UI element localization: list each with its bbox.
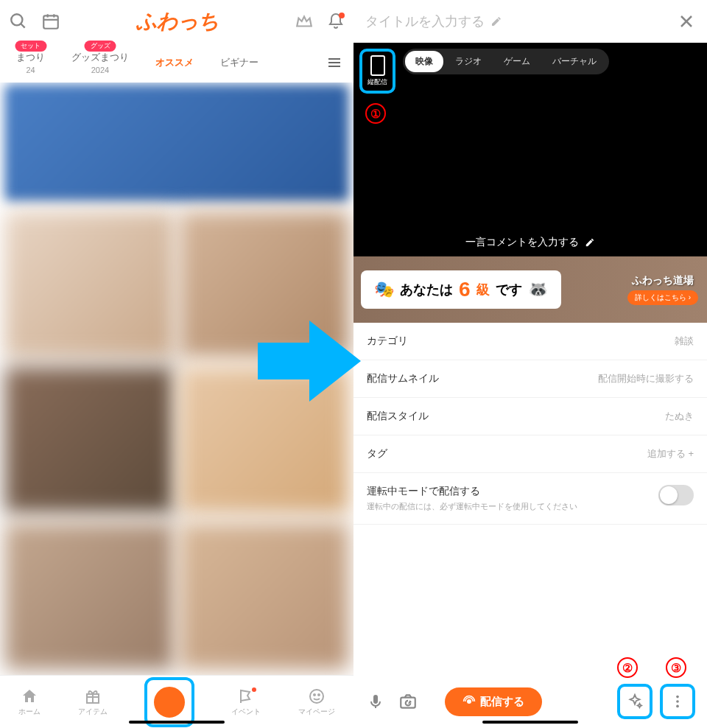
category-tabs: セット まつり 24 グッズ グッズまつり 2024 オススメ ビギナー xyxy=(0,43,354,83)
setting-value: 追加する + xyxy=(647,447,694,461)
tab-label: まつり xyxy=(16,51,45,64)
svg-point-21 xyxy=(676,700,679,703)
home-indicator xyxy=(482,721,578,724)
setting-value: たぬき xyxy=(665,410,694,423)
notification-dot xyxy=(339,13,345,18)
nav-label: マイページ xyxy=(298,707,335,717)
stream-thumbnail[interactable] xyxy=(4,211,175,358)
comment-input[interactable]: 一言コメントを入力する xyxy=(354,228,707,256)
more-icon[interactable] xyxy=(667,691,688,712)
dojo-details-link[interactable]: 詳しくはこちら › xyxy=(627,290,698,305)
search-icon[interactable] xyxy=(9,12,28,31)
setting-label: カテゴリ xyxy=(367,335,408,348)
setting-driving-mode[interactable]: 運転中モードで配信する 運転中の配信には、必ず運転中モードを使用してください xyxy=(354,473,707,525)
nav-home[interactable]: ホーム xyxy=(18,687,41,717)
rank-prefix: あなたは xyxy=(400,281,453,298)
close-icon[interactable] xyxy=(678,13,695,30)
mode-virtual[interactable]: バーチャル xyxy=(542,51,607,72)
home-indicator xyxy=(129,721,225,724)
svg-rect-18 xyxy=(401,698,415,708)
rank-suffix: です xyxy=(496,281,522,298)
setting-tag[interactable]: タグ 追加する + xyxy=(354,435,707,473)
broadcast-mode-tabs: 映像 ラジオ ゲーム バーチャル xyxy=(403,49,609,74)
nav-mypage[interactable]: マイページ xyxy=(298,687,335,717)
nav-label: イベント xyxy=(231,707,261,717)
svg-point-22 xyxy=(676,705,679,708)
preview-controls: 縦配信 映像 ラジオ ゲーム バーチャル xyxy=(354,43,707,99)
svg-point-19 xyxy=(468,700,471,704)
more-button-highlight xyxy=(660,684,695,719)
rank-banner[interactable]: 🎭 あなたは 6 級 です 🦝 ふわっち道場 詳しくはこちら › xyxy=(354,256,707,323)
nav-event[interactable]: イベント xyxy=(231,687,261,717)
home-icon xyxy=(21,687,38,705)
driving-mode-toggle[interactable] xyxy=(658,485,694,505)
featured-banner[interactable] xyxy=(4,84,349,202)
edit-icon xyxy=(490,15,502,27)
mode-video[interactable]: 映像 xyxy=(405,51,443,72)
app-logo: ふわっち xyxy=(74,7,281,35)
setting-category[interactable]: カテゴリ 雑談 xyxy=(354,323,707,360)
orientation-button[interactable]: 縦配信 xyxy=(365,54,390,88)
dojo-title: ふわっち道場 xyxy=(632,274,694,287)
svg-point-0 xyxy=(11,14,22,25)
record-button[interactable] xyxy=(150,683,189,721)
camera-flip-icon[interactable] xyxy=(398,691,418,712)
svg-point-12 xyxy=(310,690,323,703)
stream-thumbnail[interactable] xyxy=(179,522,349,670)
svg-point-20 xyxy=(676,696,679,699)
tab-goods[interactable]: グッズ グッズまつり 2024 xyxy=(58,51,142,74)
nav-item[interactable]: アイテム xyxy=(78,687,108,717)
hamburger-icon[interactable] xyxy=(318,54,351,71)
rank-card: 🎭 あなたは 6 級 です 🦝 xyxy=(361,270,561,309)
tab-badge: セット xyxy=(15,41,46,52)
stream-thumbnail[interactable] xyxy=(4,366,175,514)
calendar-icon[interactable] xyxy=(41,12,60,31)
flag-icon xyxy=(237,687,255,705)
tab-recommended[interactable]: オススメ xyxy=(142,56,207,69)
dojo-badge[interactable]: ふわっち道場 詳しくはこちら › xyxy=(627,274,698,305)
mic-icon[interactable] xyxy=(365,691,386,712)
rank-grade: 級 xyxy=(476,281,490,298)
tab-label: オススメ xyxy=(155,56,194,69)
tab-matsuri[interactable]: セット まつり 24 xyxy=(3,51,58,74)
title-input[interactable]: タイトルを入力する xyxy=(365,13,670,30)
camera-preview: 縦配信 映像 ラジオ ゲーム バーチャル ① 一言コメントを入力する xyxy=(354,43,707,256)
mode-game[interactable]: ゲーム xyxy=(493,51,541,72)
gift-icon xyxy=(84,687,102,705)
setting-value: 配信開始時に撮影する xyxy=(598,372,694,385)
arrow-annotation xyxy=(258,317,361,405)
svg-rect-17 xyxy=(373,695,378,704)
effects-button-highlight xyxy=(617,684,653,719)
broadcast-button[interactable]: 配信する xyxy=(445,687,542,716)
tab-beginner[interactable]: ビギナー xyxy=(207,56,272,69)
annotation-1: ① xyxy=(365,103,386,124)
notification-bell-icon[interactable] xyxy=(327,13,345,30)
top-bar: ふわっち xyxy=(0,0,354,43)
tab-sublabel: 2024 xyxy=(71,66,129,74)
nav-label: アイテム xyxy=(78,707,108,717)
tab-label: グッズまつり xyxy=(71,51,129,64)
orientation-button-highlight: 縦配信 xyxy=(359,49,395,94)
record-button-highlight xyxy=(144,677,194,727)
svg-point-13 xyxy=(314,694,315,696)
broadcast-settings: カテゴリ 雑談 配信サムネイル 配信開始時に撮影する 配信スタイル たぬき タグ… xyxy=(354,323,707,675)
tab-badge: グッズ xyxy=(85,41,116,52)
annotation-3: ③ xyxy=(666,657,686,678)
portrait-icon xyxy=(370,55,385,76)
setting-style[interactable]: 配信スタイル たぬき xyxy=(354,398,707,435)
crown-icon[interactable] xyxy=(295,12,314,31)
setting-label: 配信サムネイル xyxy=(367,372,439,385)
setting-value: 雑談 xyxy=(675,335,694,348)
broadcast-setup-screen: タイトルを入力する 縦配信 映像 ラジオ ゲーム バーチャル ① 一言コメントを xyxy=(354,0,707,728)
effects-icon[interactable] xyxy=(625,691,645,712)
edit-icon xyxy=(585,237,595,248)
setting-thumbnail[interactable]: 配信サムネイル 配信開始時に撮影する xyxy=(354,360,707,398)
comment-placeholder: 一言コメントを入力する xyxy=(465,236,579,249)
title-bar: タイトルを入力する xyxy=(354,0,707,43)
orientation-label: 縦配信 xyxy=(367,77,387,87)
broadcast-label: 配信する xyxy=(480,695,524,709)
stream-thumbnail[interactable] xyxy=(4,522,175,670)
setting-label: 運転中モードで配信する xyxy=(367,485,577,498)
mode-radio[interactable]: ラジオ xyxy=(445,51,492,72)
svg-line-1 xyxy=(21,24,24,27)
